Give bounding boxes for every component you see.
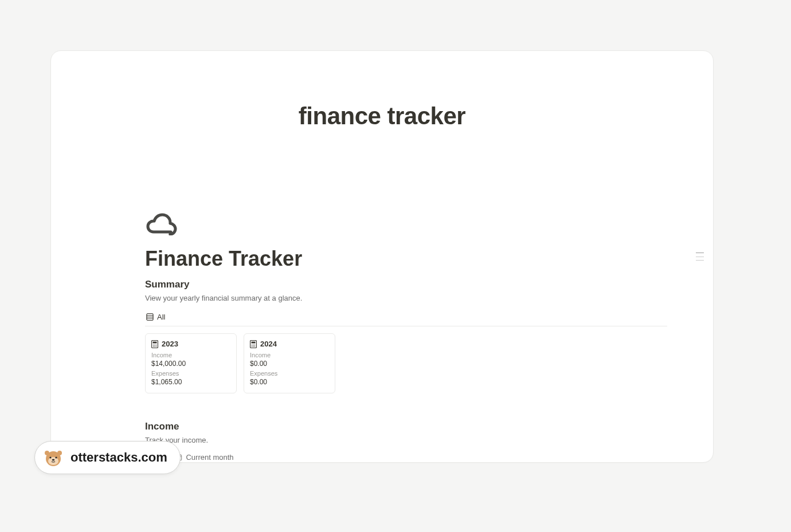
svg-point-14 [253,344,254,345]
tab-current-label: Current month [186,453,233,462]
income-description: Track your income. [145,436,713,444]
card-year: 2023 [162,340,178,348]
svg-point-7 [156,344,157,345]
card-year: 2024 [260,340,277,348]
app-window: finance tracker Finance Tracker Summary … [50,50,714,463]
svg-point-35 [57,451,62,455]
card-expenses-label: Expenses [151,370,230,377]
svg-point-18 [254,346,256,347]
svg-rect-4 [153,341,157,343]
summary-view-all[interactable]: All [145,310,166,325]
cloud-icon [146,212,178,235]
svg-rect-0 [147,314,153,320]
card-income-label: Income [151,352,230,358]
income-tabs: All Current month [145,452,713,463]
header-title: finance tracker [51,103,713,130]
svg-point-39 [52,459,55,460]
calc-icon [151,340,158,348]
summary-description: View your yearly financial summary at a … [145,294,667,302]
otterstacks-badge[interactable]: otterstacks.com [34,441,181,474]
summary-view-label: All [157,313,165,321]
otter-icon [43,447,64,468]
svg-point-10 [156,346,157,347]
svg-point-5 [153,344,154,345]
summary-section: Summary View your yearly financial summa… [145,279,667,393]
card-expenses-label: Expenses [250,370,329,377]
table-icon [146,313,154,321]
badge-text: otterstacks.com [71,450,167,465]
summary-card-2024[interactable]: 2024 Income $0.00 Expenses $0.00 [244,333,335,393]
income-section: Income Track your income. All Current mo… [145,421,713,463]
card-income-value: $0.00 [250,360,329,368]
divider [145,326,667,326]
svg-point-15 [254,344,256,345]
svg-point-36 [48,457,58,465]
summary-heading: Summary [145,279,667,290]
card-income-label: Income [250,352,329,358]
summary-cards: 2023 Income $14,000.00 Expenses $1,065.0… [145,333,667,393]
summary-card-2023[interactable]: 2023 Income $14,000.00 Expenses $1,065.0… [145,333,237,393]
income-heading: Income [145,421,713,432]
svg-point-37 [49,456,51,458]
svg-point-9 [154,346,155,347]
svg-point-16 [252,346,253,347]
outline-toggle[interactable] [696,253,704,261]
svg-point-38 [55,456,57,458]
svg-point-8 [153,346,154,347]
svg-point-34 [45,451,49,455]
page-title: Finance Tracker [145,247,302,271]
card-expenses-value: $1,065.00 [151,378,230,386]
card-expenses-value: $0.00 [250,378,329,386]
card-income-value: $14,000.00 [151,360,230,368]
svg-point-13 [252,344,253,345]
svg-point-17 [253,346,254,347]
calc-icon [250,340,257,348]
svg-rect-12 [252,341,256,343]
svg-point-6 [154,344,155,345]
tab-current-month[interactable]: Current month [175,453,233,463]
